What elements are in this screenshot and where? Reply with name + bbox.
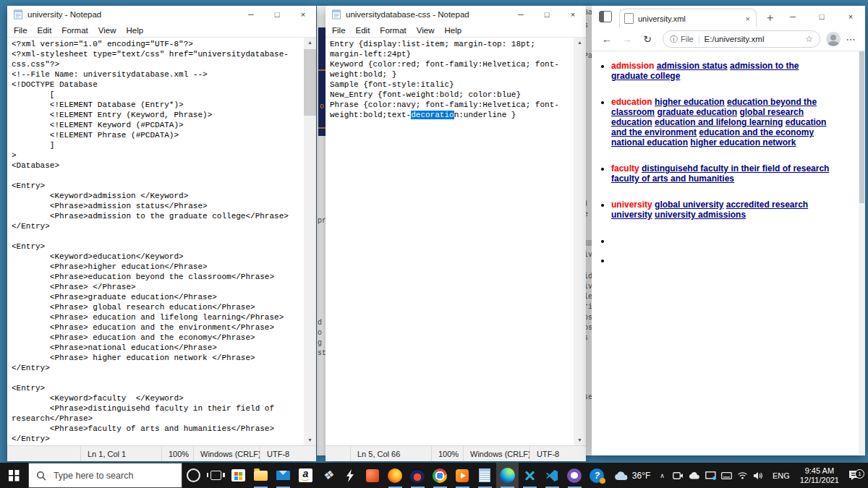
desktop: o pre d o g st Ba s Pa ) e ( ive ide ive…	[0, 0, 868, 488]
search-icon	[36, 471, 46, 481]
new-tab-button[interactable]: +	[762, 12, 778, 25]
titlebar[interactable]: universitydatabase-css - Notepad ─ □ ×	[326, 6, 586, 23]
start-button[interactable]	[0, 463, 28, 488]
tray-expand-button[interactable]: ∧	[656, 472, 668, 479]
maximize-button[interactable]: □	[807, 6, 836, 27]
phrase: education and lifelong learning	[655, 117, 783, 127]
maximize-button[interactable]: □	[534, 6, 560, 23]
menu-view[interactable]: View	[412, 26, 440, 35]
clock[interactable]: 9:45 AM 12/11/2021	[795, 466, 844, 485]
maximize-button[interactable]: □	[264, 6, 290, 23]
status-bar: Ln 1, Col 1 100% Windows (CRLF) UTF-8	[7, 445, 316, 461]
language-indicator[interactable]: ENG	[767, 471, 795, 480]
taskbar-mail-button[interactable]	[272, 463, 294, 488]
notepad-icon	[331, 9, 341, 20]
browser-tab[interactable]: university.xml ×	[619, 9, 757, 27]
taskbar-firefox-button[interactable]	[384, 463, 407, 488]
minimize-button[interactable]: ─	[508, 6, 534, 23]
url-text[interactable]: E:/university.xml	[705, 35, 803, 43]
close-button[interactable]: ×	[836, 6, 865, 27]
taskbar-notepad-button[interactable]	[474, 463, 496, 488]
forward-button[interactable]: →	[618, 33, 637, 45]
taskbar-store-button[interactable]	[227, 463, 250, 488]
taskbar-bolt-app-button[interactable]	[339, 463, 362, 488]
meet-now-icon[interactable]	[673, 471, 684, 480]
onedrive-icon[interactable]	[689, 471, 700, 479]
menu-file[interactable]: File	[9, 26, 33, 35]
taskbar-chrome-button[interactable]	[429, 463, 451, 488]
taskbar-file-explorer-button[interactable]	[250, 463, 272, 488]
cortana-icon	[187, 468, 200, 482]
display-cast-icon[interactable]	[705, 471, 716, 480]
taskbar-task-view-button[interactable]	[205, 463, 227, 488]
close-button[interactable]: ×	[560, 6, 586, 23]
vertical-scrollbar[interactable]: ▲ ▼	[574, 38, 586, 445]
page-scrollbar[interactable]	[859, 51, 865, 455]
taskbar-amazon-button[interactable]	[294, 463, 317, 488]
microsoft-store-icon	[231, 469, 245, 481]
search-input[interactable]	[52, 470, 174, 481]
help-icon	[590, 468, 604, 483]
list-item: education higher education education bey…	[611, 97, 865, 147]
menu-format[interactable]: Format	[56, 26, 93, 35]
list-item: faculty distinguisehd faculty in their f…	[611, 163, 865, 184]
menu-edit[interactable]: Edit	[33, 26, 57, 35]
taskbar-search[interactable]	[28, 463, 182, 488]
menubar: File Edit Format View Help	[326, 23, 586, 37]
touch-keyboard-icon[interactable]	[721, 472, 732, 479]
menu-format[interactable]: Format	[375, 26, 411, 35]
scrollbar-thumb[interactable]	[304, 49, 316, 116]
titlebar[interactable]: university - Notepad ─ □ ×	[7, 6, 316, 23]
profile-avatar[interactable]	[826, 32, 841, 46]
address-bar[interactable]: ⓘ File | E:/university.xml ☆	[663, 30, 820, 48]
notification-center-button[interactable]: 1	[844, 470, 868, 481]
minimize-button[interactable]: ─	[778, 6, 807, 27]
menu-help[interactable]: Help	[122, 26, 149, 35]
edge-browser-window: university.xml × + ─ □ × ← → ↻ ⓘ File | …	[592, 6, 865, 455]
taskbar-cortana-button[interactable]	[182, 463, 205, 488]
scrollbar-thumb[interactable]	[859, 51, 864, 203]
text-editor[interactable]: <?xml version="1.0" encoding="UTF-8"?> <…	[7, 38, 304, 445]
taskbar-video-app-button[interactable]	[451, 463, 474, 488]
back-button[interactable]: ←	[597, 33, 616, 45]
page-content: admission admission status admission to …	[592, 51, 865, 455]
menu-edit[interactable]: Edit	[351, 26, 375, 35]
file-explorer-icon	[254, 471, 268, 481]
info-icon[interactable]: ⓘ	[670, 34, 678, 45]
taskbar-edge-button[interactable]	[496, 463, 519, 488]
taskbar-dropbox-button[interactable]	[317, 463, 339, 488]
chrome-icon	[433, 468, 447, 483]
menu-file[interactable]: File	[327, 26, 351, 35]
taskbar-vscode-button[interactable]	[541, 463, 563, 488]
notepad-window-university: university - Notepad ─ □ × File Edit For…	[7, 6, 316, 461]
github-icon	[567, 468, 582, 483]
occluded-text-fragment: o	[320, 103, 324, 111]
taskbar-get-help-button[interactable]	[586, 463, 608, 488]
minimize-button[interactable]: ─	[238, 6, 264, 23]
text-editor[interactable]: Entry {display:list-item; margin-top: 18…	[326, 38, 574, 445]
keyword: faculty	[611, 163, 639, 174]
phrase: faculty of arts and humanities	[611, 174, 734, 184]
taskbar-music-app-button[interactable]	[407, 463, 429, 488]
wifi-icon[interactable]	[737, 471, 748, 479]
notepad-window-css: universitydatabase-css - Notepad ─ □ × F…	[326, 6, 586, 461]
status-bar: Ln 5, Col 66 100% Windows (CRLF) UTF-8	[326, 445, 586, 461]
weather-widget[interactable]: 36°F	[608, 471, 656, 481]
close-button[interactable]: ×	[290, 6, 316, 23]
menu-help[interactable]: Help	[440, 26, 467, 35]
taskbar-x-app-button[interactable]	[519, 463, 541, 488]
close-tab-button[interactable]: ×	[744, 14, 752, 23]
scroll-up-icon: ▲	[304, 38, 316, 48]
taskbar-github-button[interactable]	[563, 463, 586, 488]
refresh-button[interactable]: ↻	[638, 33, 657, 45]
settings-menu-button[interactable]: ⋯	[842, 34, 859, 45]
menu-view[interactable]: View	[93, 26, 122, 35]
favorites-star-icon[interactable]: ☆	[805, 34, 813, 44]
occluded-text-fragment: d	[318, 319, 322, 327]
volume-icon[interactable]	[753, 471, 763, 480]
tab-actions-icon[interactable]	[599, 11, 612, 22]
taskbar-tray-area: 36°F ∧ ENG 9:45 AM 12/11/2021 1	[608, 463, 868, 488]
video-player-icon	[456, 469, 469, 482]
vertical-scrollbar[interactable]: ▲ ▼	[304, 38, 316, 445]
taskbar-office-button[interactable]	[362, 463, 384, 488]
